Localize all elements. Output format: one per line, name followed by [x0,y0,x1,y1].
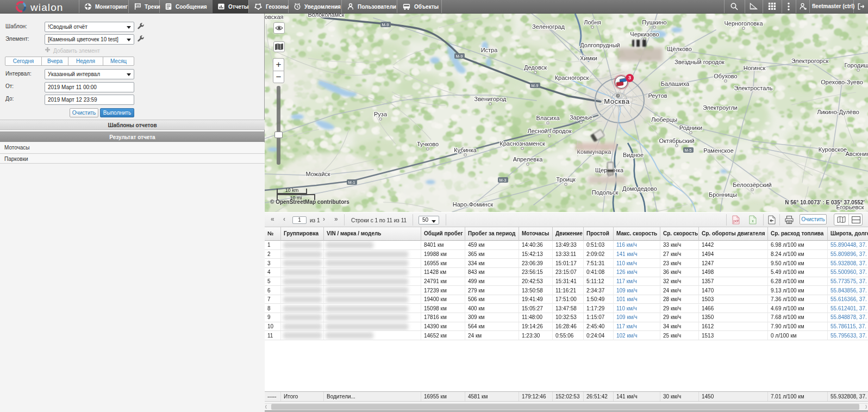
svg-text:М-5: М-5 [685,148,692,153]
svg-text:Обухово: Обухово [714,73,737,79]
svg-text:Подольск: Подольск [592,189,619,196]
svg-text:pdf: pdf [733,219,739,223]
svg-text:Раменское: Раменское [703,147,734,154]
svg-text:Авсюнино: Авсюнино [845,151,868,157]
svg-text:x: x [752,219,754,223]
svg-text:Троицк: Троицк [556,176,576,183]
svg-text:Бронницы: Бронницы [709,191,737,198]
svg-text:М-3: М-3 [499,178,507,183]
svg-text:Балашиха: Балашиха [661,80,690,87]
svg-text:Долгопрудный: Долгопрудный [580,42,620,48]
svg-text:Истра: Истра [481,47,498,53]
svg-text:Белоозёрский: Белоозёрский [733,182,772,188]
svg-text:Ликино-Дулёво: Ликино-Дулёво [817,109,859,115]
svg-text:Видное: Видное [623,152,644,158]
svg-text:Можайск: Можайск [305,171,330,177]
svg-text:Люберцы: Люберцы [651,116,677,123]
svg-text:Дедовск: Дедовск [524,64,547,71]
svg-text:Ногинск: Ногинск [744,65,766,71]
svg-text:wialon: wialon [30,2,63,13]
svg-text:Реутов: Реутов [648,92,667,99]
svg-text:Городищи: Городищи [844,62,868,68]
svg-text:М-9: М-9 [532,83,539,88]
svg-text:Власиха: Власиха [536,115,560,121]
svg-text:Лесной Городок: Лесной Городок [528,128,572,134]
svg-text:М-9: М-9 [456,54,463,59]
svg-text:Звенигород: Звенигород [474,96,507,102]
svg-text:Волоколамск: Волоколамск [308,14,344,18]
svg-text:М-9: М-9 [382,22,389,27]
svg-text:Домодедово: Домодедово [622,185,657,192]
svg-text:Электрогорск: Электрогорск [791,58,829,64]
svg-text:Черноголовка: Черноголовка [724,20,763,27]
svg-text:Орехово-Зуево: Орехово-Зуево [821,79,863,85]
svg-text:Электросталь: Электросталь [734,85,773,91]
svg-text:Октябрьский: Октябрьский [659,138,694,144]
svg-text:Апрелевка: Апрелевка [513,156,544,163]
svg-text:Москва: Москва [604,97,630,105]
svg-text:Тучково: Тучково [417,141,439,147]
svg-text:Куровское: Куровское [819,146,847,153]
svg-text:Пушкино: Пушкино [642,19,666,26]
svg-text:Черкизово: Черкизово [630,31,659,38]
svg-text:Красногорск: Красногорск [555,74,589,81]
svg-text:М-1: М-1 [348,180,355,185]
svg-text:Руза: Руза [374,111,388,117]
svg-text:Зеленоград: Зеленоград [532,23,565,30]
svg-text:Краснознаменск: Краснознаменск [499,140,545,147]
svg-text:Электроугли: Электроугли [703,104,738,111]
svg-text:Кубинка: Кубинка [454,147,477,153]
svg-text:Химки: Химки [580,55,597,61]
svg-text:овская: овская [265,14,284,20]
svg-text:Щёлково: Щёлково [667,46,692,52]
svg-text:Родники: Родники [679,124,702,131]
svg-text:Заречье: Заречье [570,114,592,121]
svg-text:Лобня: Лобня [584,19,601,26]
svg-text:Наро-Фоминск: Наро-Фоминск [453,201,494,208]
